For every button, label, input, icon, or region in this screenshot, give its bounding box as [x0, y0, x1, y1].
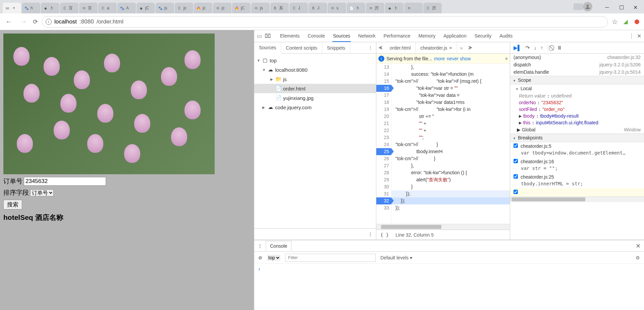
- code-line[interactable]: });: [391, 197, 510, 204]
- code-line[interactable]: "" +: [391, 120, 510, 127]
- devtools-tab-security[interactable]: Security: [474, 30, 492, 42]
- code-line[interactable]: alert("查询失败"): [391, 176, 510, 183]
- browser-tab[interactable]: ⟲厉: [366, 3, 384, 13]
- code-h-scrollbar[interactable]: [376, 224, 510, 230]
- breakpoint-checkbox[interactable]: [514, 190, 518, 194]
- code-line[interactable]: },: [391, 64, 510, 71]
- gutter-line[interactable]: 33: [376, 204, 391, 211]
- file-tab-more-icon[interactable]: »: [457, 45, 466, 51]
- breakpoint-item[interactable]: [510, 188, 644, 196]
- code-line[interactable]: }: [391, 183, 510, 190]
- devtools-tab-sources[interactable]: Sources: [332, 30, 351, 42]
- callstack-frame[interactable]: elemData.handlejquery-3.2.0.js:5014: [510, 68, 644, 76]
- maximize-button[interactable]: ☐: [619, 4, 624, 9]
- breakpoint-checkbox[interactable]: [514, 159, 518, 163]
- breakpoint-item[interactable]: cheatorder.js:16: [510, 158, 644, 166]
- browser-tab[interactable]: 🐾js: [156, 3, 174, 13]
- sort-select[interactable]: 订单号: [30, 189, 54, 196]
- code-line[interactable]: tbody.innerH: [391, 148, 510, 155]
- console-filter-input[interactable]: [285, 254, 376, 262]
- tree-file-order-html[interactable]: 📄order.html: [254, 84, 376, 93]
- code-line[interactable]: "tok-cm">// }: [391, 141, 510, 148]
- info-more-link[interactable]: more: [434, 56, 445, 61]
- gutter-line[interactable]: 31: [376, 190, 391, 197]
- bookmark-star-icon[interactable]: ☆: [612, 18, 618, 26]
- nav-tab-menu-icon[interactable]: ⋮: [365, 45, 376, 51]
- gutter-line[interactable]: 16: [376, 85, 391, 92]
- scope-global[interactable]: ▶ Global Window: [510, 126, 644, 133]
- code-line[interactable]: });: [391, 204, 510, 211]
- scope-variable[interactable]: ▶ tbody: tbody#tbody-result: [510, 113, 644, 119]
- code-area[interactable]: 1314151617181920212223242526272829303132…: [376, 64, 510, 224]
- pause-exceptions-icon[interactable]: ⏸: [557, 45, 562, 51]
- gutter-line[interactable]: 17: [376, 92, 391, 99]
- code-line[interactable]: },: [391, 162, 510, 169]
- resume-icon[interactable]: ▶▌: [514, 45, 521, 51]
- scope-variable[interactable]: Return value: undefined: [510, 92, 644, 99]
- browser-tab[interactable]: Ca: [98, 3, 117, 13]
- browser-tab[interactable]: Cjc: [175, 3, 193, 13]
- site-info-icon[interactable]: i: [46, 19, 52, 25]
- debugger-h-scrollbar[interactable]: [510, 196, 644, 202]
- browser-tab[interactable]: ⟲js: [251, 3, 270, 13]
- browser-tab[interactable]: ⟲育: [79, 3, 98, 13]
- gutter-line[interactable]: 26: [376, 155, 391, 162]
- devtools-tab-console[interactable]: Console: [307, 30, 325, 42]
- close-tab-icon[interactable]: ×: [13, 6, 15, 10]
- breakpoint-checkbox[interactable]: [514, 174, 518, 179]
- code-line[interactable]: str += ": [391, 113, 510, 120]
- gutter-line[interactable]: 24: [376, 141, 391, 148]
- code-line[interactable]: "tok-cm">// "tok-kw">if (msg.ret) {: [391, 78, 510, 85]
- extension-icon-1[interactable]: ◢: [622, 18, 629, 25]
- order-input[interactable]: [24, 177, 106, 186]
- code-line[interactable]: });: [391, 190, 510, 197]
- gutter-line[interactable]: 13: [376, 64, 391, 71]
- scope-local-header[interactable]: Local: [510, 84, 644, 92]
- devtools-tab-elements[interactable]: Elements: [279, 30, 300, 42]
- gutter-line[interactable]: 20: [376, 113, 391, 120]
- browser-tab[interactable]: C育: [60, 3, 78, 13]
- devtools-tab-memory[interactable]: Memory: [418, 30, 436, 42]
- clear-console-icon[interactable]: ⊘: [258, 255, 262, 260]
- tree-file-yujinxiang[interactable]: 📄yujinxiang.jpg: [254, 93, 376, 103]
- gutter-line[interactable]: 19: [376, 106, 391, 113]
- devtools-close-icon[interactable]: ✕: [637, 33, 641, 39]
- step-into-icon[interactable]: ↓: [534, 45, 536, 51]
- browser-tab[interactable]: xo×: [3, 3, 21, 13]
- browser-tab[interactable]: ⟲jc: [213, 3, 231, 13]
- code-line[interactable]: "tok-cm">// "tok-kw">for (i in: [391, 106, 510, 113]
- gutter-line[interactable]: 21: [376, 120, 391, 127]
- devtools-menu-icon[interactable]: ⋮: [629, 33, 634, 39]
- gutter-line[interactable]: 27: [376, 162, 391, 169]
- browser-tab[interactable]: ◆jC: [137, 3, 155, 13]
- close-file-tab-icon[interactable]: ×: [449, 45, 452, 51]
- drawer-menu-icon[interactable]: ⋮: [258, 243, 262, 249]
- file-tab-next-icon[interactable]: ⮞: [466, 45, 475, 51]
- scope-header[interactable]: Scope: [510, 76, 644, 84]
- devtools-tab-application[interactable]: Application: [443, 30, 467, 42]
- code-line[interactable]: "tok-cm">// }: [391, 155, 510, 162]
- browser-tab[interactable]: CJ: [289, 3, 308, 13]
- browser-tab[interactable]: 🔥jc: [194, 3, 212, 13]
- forward-button[interactable]: →: [18, 16, 29, 27]
- gutter-line[interactable]: 32: [376, 197, 391, 204]
- browser-tab[interactable]: ⟲: [404, 3, 423, 13]
- code-line[interactable]: success: "tok-kw">function (m: [391, 71, 510, 78]
- profile-avatar[interactable]: [583, 2, 592, 11]
- tree-top[interactable]: ▼▢top: [254, 56, 376, 65]
- code-line[interactable]: "";: [391, 134, 510, 141]
- navigator-menu-icon[interactable]: ⋮: [368, 232, 373, 237]
- gutter-line[interactable]: 30: [376, 183, 391, 190]
- nav-tab-snippets[interactable]: Snippets: [322, 42, 350, 53]
- console-context-select[interactable]: top: [267, 255, 280, 261]
- scope-variable[interactable]: ▶ this: input#btSearch.ui.right.floated: [510, 119, 644, 126]
- breakpoint-checkbox[interactable]: [514, 143, 518, 148]
- tree-folder-js[interactable]: ▶📁js: [254, 74, 376, 84]
- devtools-tab-network[interactable]: Network: [358, 30, 376, 42]
- browser-tab[interactable]: 🔥jC: [232, 3, 251, 13]
- gutter-line[interactable]: 23: [376, 134, 391, 141]
- console-levels[interactable]: Default levels ▾: [380, 255, 412, 260]
- file-tab-cheatorder[interactable]: cheatorder.js×: [416, 42, 457, 53]
- browser-tab[interactable]: B系: [270, 3, 289, 13]
- code-line[interactable]: "" +: [391, 127, 510, 134]
